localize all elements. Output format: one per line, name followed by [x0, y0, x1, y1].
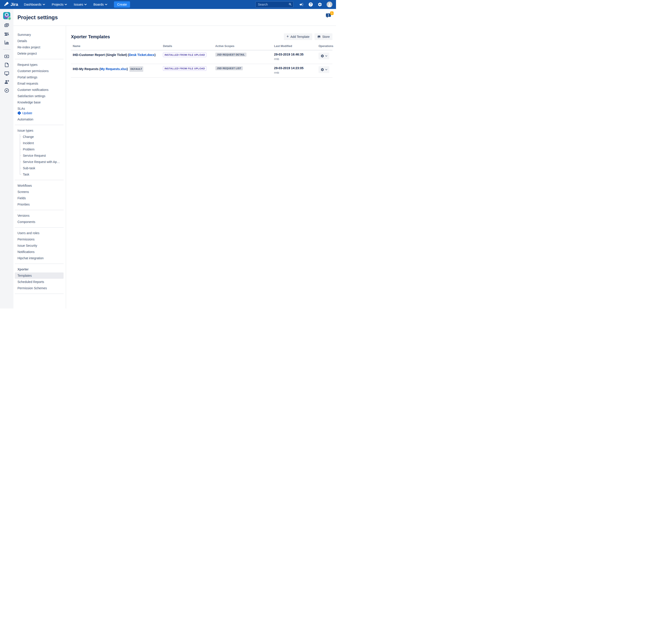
- gear-icon[interactable]: [318, 2, 322, 7]
- chevron-down-icon: [65, 4, 67, 5]
- sidebar-item-permissions[interactable]: Permissions: [15, 236, 63, 242]
- sidebar-divider: [15, 210, 63, 210]
- sidebar-item-slas[interactable]: SLAs: [15, 106, 63, 111]
- column-header-last-modified: Last Modified: [272, 44, 317, 50]
- invite-team-icon[interactable]: [4, 79, 9, 84]
- sidebar-item-screens[interactable]: Screens: [15, 189, 63, 195]
- installed-from-badge: INSTALLED FROM FILE UPLOAD: [163, 66, 207, 71]
- knowledge-base-icon[interactable]: [4, 62, 9, 68]
- search-container: [255, 1, 293, 8]
- column-header-operations: Operations: [317, 44, 332, 50]
- action-buttons: + Add Template Store: [284, 33, 332, 40]
- sidebar-item-incident[interactable]: Incident: [22, 140, 63, 146]
- tree-node: Service Request with Appr...: [20, 159, 63, 165]
- sidebar-item-templates[interactable]: Templates: [15, 272, 63, 279]
- queues-icon[interactable]: [4, 23, 9, 28]
- template-file-link[interactable]: Desk Ticket.docx: [129, 53, 155, 57]
- sidebar-item-service-request[interactable]: Service Request: [22, 153, 63, 159]
- sidebar-item-components[interactable]: Components: [15, 219, 63, 225]
- column-header-details: Details: [161, 44, 214, 50]
- reports-icon[interactable]: [4, 40, 9, 45]
- tree-node: Service Request: [20, 153, 63, 159]
- megaphone-icon[interactable]: [299, 2, 304, 7]
- help-icon[interactable]: [308, 2, 313, 7]
- nav-item-issues[interactable]: Issues: [74, 3, 87, 6]
- sidebar-item-reindex-project[interactable]: Re-index project: [15, 44, 63, 50]
- sidebar-item-details[interactable]: Details: [15, 38, 63, 44]
- avatar-leg-shape: [5, 18, 6, 19]
- tree-node: Sub-task: [20, 165, 63, 171]
- template-scopes-cell: JSD REQUEST DETAIL: [214, 50, 272, 64]
- customer-channels-icon[interactable]: [4, 71, 9, 76]
- chevron-down-icon: [325, 55, 327, 57]
- main-content: Xporter Templates + Add Template Store: [66, 26, 336, 308]
- template-scopes-cell: JSD REQUEST LIST: [214, 64, 272, 78]
- sidebar-item-delete-project[interactable]: Delete project: [15, 50, 63, 57]
- settings-sidebar: Summary Details Re-index project Delete …: [13, 26, 66, 308]
- rail-divider: [3, 49, 11, 50]
- sidebar-item-sub-task[interactable]: Sub-task: [22, 165, 63, 171]
- jira-project-settings-screen: Jira Dashboards Projects Issues Boards C…: [0, 0, 336, 308]
- sidebar-item-notifications[interactable]: Notifications: [15, 249, 63, 255]
- store-button[interactable]: Store: [314, 33, 332, 40]
- tree-node: Change: [20, 134, 63, 140]
- raise-request-icon[interactable]: [4, 54, 9, 59]
- sidebar-divider: [15, 263, 63, 264]
- nav-item-projects[interactable]: Projects: [52, 3, 67, 6]
- sidebar-item-knowledge-base[interactable]: Knowledge base: [15, 99, 63, 106]
- sidebar-divider: [15, 125, 63, 125]
- discover-apps-icon[interactable]: [4, 88, 9, 93]
- sidebar-item-change[interactable]: Change: [22, 134, 63, 140]
- sidebar-item-issue-security[interactable]: Issue Security: [15, 242, 63, 249]
- template-modified-cell: 29-03-2019 16:46:35 rmb: [272, 50, 317, 64]
- customers-icon[interactable]: [4, 31, 9, 37]
- nav-right-cluster: [255, 1, 332, 8]
- nav-item-dashboards[interactable]: Dashboards: [24, 3, 45, 6]
- add-template-button[interactable]: + Add Template: [284, 33, 312, 40]
- column-header-active-scopes: Active Scopes: [214, 44, 272, 50]
- jira-home-link[interactable]: Jira: [4, 2, 18, 7]
- sidebar-divider: [15, 293, 63, 294]
- tree-node: Problem: [20, 146, 63, 153]
- project-avatar[interactable]: [3, 12, 10, 19]
- search-icon[interactable]: [288, 3, 292, 6]
- notification-bubble-icon[interactable]: 1: [325, 13, 332, 19]
- sidebar-item-permission-schemes[interactable]: Permission Schemes: [15, 285, 63, 291]
- sidebar-item-issue-types[interactable]: Issue types: [15, 128, 63, 134]
- plus-icon: +: [286, 35, 289, 38]
- sidebar-item-task[interactable]: Task: [22, 171, 63, 178]
- sidebar-item-request-types[interactable]: Request types: [15, 61, 63, 68]
- tree-node: Incident: [20, 140, 63, 146]
- sidebar-item-workflows[interactable]: Workflows: [15, 182, 63, 189]
- sidebar-item-hipchat-integration[interactable]: Hipchat integration: [15, 255, 63, 261]
- table-row: IHD-My Requests (My Requests.xlsx)DEFAUL…: [71, 64, 332, 78]
- search-input[interactable]: [255, 1, 293, 8]
- sidebar-item-versions[interactable]: Versions: [15, 212, 63, 219]
- sidebar-item-priorities[interactable]: Priorities: [15, 201, 63, 208]
- chevron-down-icon: [325, 69, 327, 70]
- template-details-cell: INSTALLED FROM FILE UPLOAD: [161, 50, 214, 64]
- sidebar-item-portal-settings[interactable]: Portal settings: [15, 74, 63, 80]
- sidebar-item-users-and-roles[interactable]: Users and roles: [15, 230, 63, 236]
- sidebar-item-problem[interactable]: Problem: [22, 146, 63, 153]
- sidebar-item-summary[interactable]: Summary: [15, 32, 63, 38]
- issue-types-tree: Change Incident Problem Service Request …: [20, 134, 63, 178]
- sidebar-item-service-request-with-approvals[interactable]: Service Request with Appr...: [22, 159, 63, 165]
- sidebar-item-customer-notifications[interactable]: Customer notifications: [15, 86, 63, 93]
- sidebar-item-fields[interactable]: Fields: [15, 195, 63, 201]
- sidebar-item-satisfaction-settings[interactable]: Satisfaction settings: [15, 93, 63, 99]
- nav-item-boards[interactable]: Boards: [93, 3, 107, 6]
- sidebar-item-customer-permissions[interactable]: Customer permissions: [15, 68, 63, 74]
- operations-menu-button[interactable]: [318, 53, 329, 59]
- sidebar-item-automation[interactable]: Automation: [15, 116, 63, 123]
- slas-update-link[interactable]: Update: [22, 111, 32, 115]
- user-avatar[interactable]: [326, 2, 332, 7]
- template-file-link[interactable]: My Requests.xlsx: [100, 67, 127, 71]
- operations-menu-button[interactable]: [318, 66, 329, 73]
- sidebar-item-email-requests[interactable]: Email requests: [15, 80, 63, 86]
- sidebar-item-scheduled-reports[interactable]: Scheduled Reports: [15, 279, 63, 285]
- notification-count-badge: 1: [330, 11, 333, 15]
- slas-update-link-row[interactable]: ! Update: [15, 111, 63, 116]
- project-icon-rail: [0, 9, 13, 308]
- create-button[interactable]: Create: [114, 1, 130, 8]
